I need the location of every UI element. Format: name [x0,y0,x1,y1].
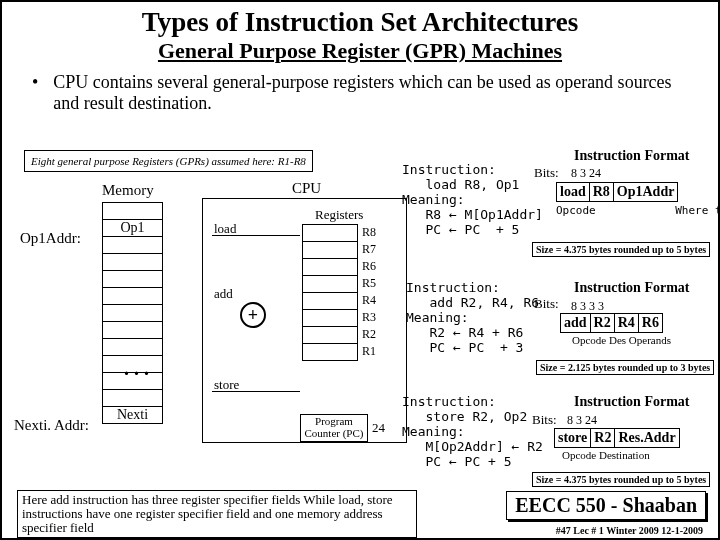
reg-r6: R6 [362,258,376,275]
registers-label: Registers [315,207,363,223]
pc-bitwidth: 24 [372,420,385,436]
instr2-opcode: add [561,314,591,333]
instr3-addr: Res.Addr [615,429,679,448]
instr3-body: Instruction: store R2, Op2 Meaning: M[Op… [402,394,543,469]
mem-cell-nexti: Nexti [103,407,163,424]
instr1-sublabels: Opcode Where to find operand1 [556,204,720,230]
instr1-opcode: load [557,183,590,202]
bullet-dot: • [32,72,38,114]
instr3-opcode: store [555,429,591,448]
instr1-reg: R8 [589,183,613,202]
memory-ellipsis: . . . [124,357,149,380]
op-add-label: add [214,286,233,302]
instr3-bits: 8 3 24 [567,413,597,428]
instr2-sublabels: Opcode Des Operands [572,334,671,346]
instr1-addr: Op1Addr [613,183,678,202]
bullet-text: CPU contains several general-purpose reg… [53,72,688,114]
adder-icon: + [240,302,266,328]
cpu-label: CPU [292,180,321,197]
instr1-size-note: Size = 4.375 bytes rounded up to 5 bytes [532,242,710,257]
instr3-format-table: store R2 Res.Addr [554,428,680,448]
page-subtitle: General Purpose Register (GPR) Machines [2,38,718,64]
instr1-format-table: load R8 Op1Addr [556,182,678,202]
page-title: Types of Instruction Set Architectures [2,7,718,38]
instr2-body: Instruction: add R2, R4, R6 Meaning: R2 … [406,280,539,355]
reg-r2: R2 [362,326,376,343]
register-names: R8 R7 R6 R5 R4 R3 R2 R1 [362,224,376,360]
instr2-format-title: Instruction Format [574,280,690,296]
instr3-reg: R2 [591,429,615,448]
addr-nexti-label: Nexti. Addr: [14,417,89,434]
reg-r7: R7 [362,241,376,258]
store-line [212,391,300,392]
instr2-bits: 8 3 3 3 [571,299,604,314]
lecture-info: #47 Lec # 1 Winter 2009 12-1-2009 [556,525,703,536]
addr-op1-label: Op1Addr: [20,230,81,247]
reg-r5: R5 [362,275,376,292]
instr2-r6: R6 [638,314,662,333]
reg-r4: R4 [362,292,376,309]
footer-note: Here add instruction has three register … [17,490,417,538]
instr1-body: Instruction: load R8, Op1 Meaning: R8 ← … [402,162,543,237]
instr3-sublabels: Opcode Destination [562,449,650,461]
registers-table [302,224,358,361]
instr1-format-title: Instruction Format [574,148,690,164]
reg-r1: R1 [362,343,376,360]
mem-cell-op1: Op1 [103,220,163,237]
memory-label: Memory [102,182,154,199]
reg-r8: R8 [362,224,376,241]
program-counter-box: Program Counter (PC) [300,414,368,442]
instr2-format-table: add R2 R4 R6 [560,313,663,333]
load-line [212,235,300,236]
course-badge: EECC 550 - Shaaban [506,491,706,520]
memory-table: Op1 Nexti [102,202,163,424]
bullet-main: • CPU contains several general-purpose r… [32,72,688,114]
instr2-r4: R4 [614,314,638,333]
instr3-size-note: Size = 4.375 bytes rounded up to 5 bytes [532,472,710,487]
instr2-r2: R2 [590,314,614,333]
reg-r3: R3 [362,309,376,326]
instr2-size-note: Size = 2.125 bytes rounded up to 3 bytes [536,360,714,375]
instr1-bits: 8 3 24 [571,166,601,181]
instr3-format-title: Instruction Format [574,394,690,410]
gpr-assumption-note: Eight general purpose Registers (GPRs) a… [24,150,313,172]
